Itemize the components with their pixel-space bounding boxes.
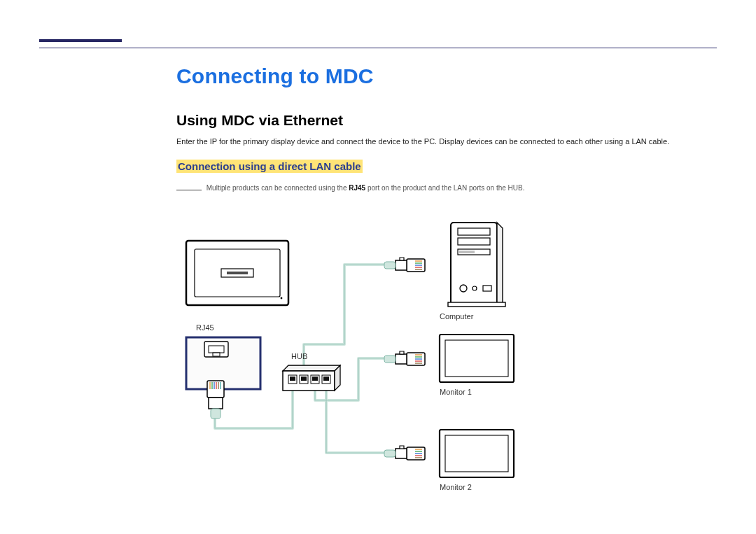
label-monitor1: Monitor 1	[440, 388, 472, 396]
highlighted-text: Connection using a direct LAN cable	[176, 160, 363, 173]
label-monitor2: Monitor 2	[440, 483, 472, 491]
svg-rect-16	[209, 398, 223, 409]
svg-rect-7	[209, 346, 224, 353]
rj45-plug-monitor1-icon	[383, 349, 428, 370]
computer-icon	[447, 218, 507, 309]
svg-rect-50	[384, 450, 396, 457]
svg-rect-52	[458, 228, 490, 235]
svg-rect-41	[396, 354, 407, 364]
rj45-plug-monitor2-icon	[383, 443, 428, 464]
section-heading: Using MDC via Ethernet	[176, 112, 708, 129]
hub-icon	[280, 363, 342, 395]
svg-rect-58	[483, 286, 491, 291]
connection-diagram: RJ45 HUB Computer Monitor 1 Monitor 2	[176, 218, 715, 519]
svg-rect-42	[384, 356, 396, 363]
svg-rect-55	[459, 251, 475, 253]
top-rule	[39, 48, 717, 48]
svg-point-56	[460, 285, 467, 292]
accent-bar	[39, 39, 122, 42]
page: Connecting to MDC Using MDC via Ethernet…	[0, 0, 756, 534]
svg-rect-24	[301, 377, 307, 381]
subsection-heading: Connection using a direct LAN cable	[176, 160, 363, 172]
svg-rect-34	[384, 262, 396, 269]
svg-point-57	[472, 286, 477, 290]
content-area: Connecting to MDC Using MDC via Ethernet…	[176, 64, 708, 204]
note-text-a: Multiple products can be connected using…	[206, 184, 349, 192]
svg-rect-59	[448, 302, 505, 307]
monitor2-icon	[438, 428, 515, 479]
svg-rect-3	[227, 272, 248, 274]
monitor1-icon	[438, 333, 515, 384]
note-line: ―― Multiple products can be connected us…	[176, 179, 708, 199]
svg-rect-8	[213, 353, 220, 356]
svg-rect-63	[445, 435, 508, 472]
svg-rect-25	[312, 377, 318, 381]
label-computer: Computer	[440, 312, 473, 321]
svg-rect-33	[396, 260, 407, 270]
label-rj45: RJ45	[196, 323, 214, 332]
svg-point-4	[281, 297, 283, 300]
svg-rect-53	[458, 238, 490, 245]
svg-rect-17	[211, 409, 220, 419]
note-text-b: port on the product and the LAN ports on…	[365, 184, 524, 192]
display-icon	[185, 239, 290, 307]
note-dash: ――	[176, 182, 202, 196]
svg-rect-23	[290, 377, 295, 381]
svg-rect-49	[396, 449, 407, 458]
note-bold: RJ45	[349, 184, 365, 192]
rj45-plug-computer-icon	[383, 255, 428, 276]
page-title: Connecting to MDC	[176, 64, 708, 88]
rj45-plug-icon	[202, 379, 230, 421]
svg-rect-26	[323, 377, 329, 381]
label-hub: HUB	[291, 352, 307, 360]
intro-paragraph: Enter the IP for the primary display dev…	[176, 136, 708, 148]
svg-rect-61	[445, 340, 508, 377]
